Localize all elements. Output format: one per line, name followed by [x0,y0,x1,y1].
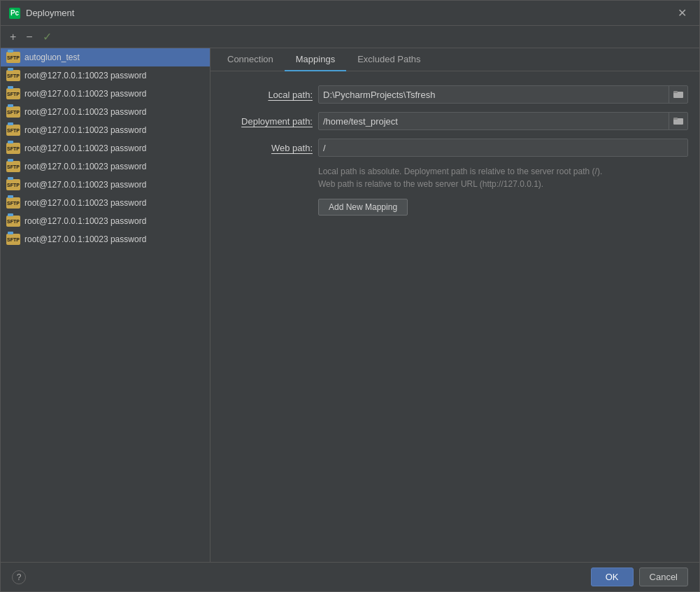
folder-icon [673,116,683,126]
sidebar-item[interactable]: SFTProot@127.0.0.1:10023 password [1,66,210,85]
tab-content-mappings: Local path: Deployment path: [210,71,699,562]
deployment-path-input[interactable] [319,116,669,127]
close-button[interactable]: ✕ [673,5,691,21]
remove-button[interactable]: − [22,29,36,45]
hint-line2: Web path is relative to the web server U… [318,178,688,190]
sidebar-item-label: root@127.0.0.1:10023 password [24,234,146,244]
ok-button[interactable]: OK [591,568,634,586]
local-path-label: Local path: [222,90,313,100]
sidebar-item-label: root@127.0.0.1:10023 password [24,71,146,80]
app-icon: Pc [9,8,20,19]
cancel-button[interactable]: Cancel [639,568,688,586]
sftp-icon: SFTP [6,197,20,209]
local-path-browse-button[interactable] [669,86,687,103]
sidebar-item[interactable]: SFTProot@127.0.0.1:10023 password [1,212,210,230]
add-button[interactable]: + [6,29,20,45]
tab-connection[interactable]: Connection [216,48,285,71]
sftp-icon: SFTP [6,234,20,245]
sftp-icon: SFTP [6,179,20,190]
tab-excluded-paths[interactable]: Excluded Paths [346,48,431,71]
folder-icon [673,90,683,99]
deployment-path-browse-button[interactable] [669,113,687,129]
web-path-input[interactable] [319,143,687,153]
toolbar: + − ✓ [1,26,699,48]
sidebar-item[interactable]: SFTProot@127.0.0.1:10023 password [1,103,210,121]
add-new-mapping-button[interactable]: Add New Mapping [318,199,408,216]
sidebar-item[interactable]: SFTProot@127.0.0.1:10023 password [1,176,210,194]
bottom-buttons: OK Cancel [591,568,688,586]
svg-rect-3 [673,118,678,120]
sftp-icon: SFTP [6,52,20,63]
tab-mappings[interactable]: Mappings [285,48,346,71]
window-title: Deployment [26,8,74,18]
svg-rect-1 [673,91,678,93]
web-path-row: Web path: [222,139,688,157]
title-bar-left: Pc Deployment [9,8,74,19]
sidebar-item-label: root@127.0.0.1:10023 password [24,107,146,117]
bottom-bar: ? OK Cancel [1,562,699,591]
sidebar: SFTPautogluon_testSFTProot@127.0.0.1:100… [1,48,210,562]
deployment-path-input-wrap [318,112,688,130]
title-bar: Pc Deployment ✕ [1,1,699,26]
hint-text: Local path is absolute. Deployment path … [318,165,688,190]
sidebar-item-label: root@127.0.0.1:10023 password [24,125,146,135]
main-content: SFTPautogluon_testSFTProot@127.0.0.1:100… [1,48,699,562]
right-panel: ConnectionMappingsExcluded Paths Local p… [210,48,699,562]
check-button[interactable]: ✓ [39,29,55,45]
help-button[interactable]: ? [12,570,26,584]
sidebar-item-label: root@127.0.0.1:10023 password [24,162,146,171]
sidebar-item[interactable]: SFTProot@127.0.0.1:10023 password [1,85,210,103]
local-path-row: Local path: [222,85,688,104]
sidebar-item[interactable]: SFTProot@127.0.0.1:10023 password [1,157,210,176]
local-path-input[interactable] [319,90,669,100]
sidebar-item[interactable]: SFTPautogluon_test [1,48,210,66]
sidebar-item-label: root@127.0.0.1:10023 password [24,216,146,226]
sidebar-item[interactable]: SFTProot@127.0.0.1:10023 password [1,230,210,248]
sftp-icon: SFTP [6,143,20,154]
sftp-icon: SFTP [6,70,20,81]
tabs: ConnectionMappingsExcluded Paths [210,48,699,71]
sftp-icon: SFTP [6,216,20,227]
hint-line1: Local path is absolute. Deployment path … [318,165,688,178]
sftp-icon: SFTP [6,106,20,118]
sidebar-item[interactable]: SFTProot@127.0.0.1:10023 password [1,121,210,139]
sftp-icon: SFTP [6,125,20,136]
sidebar-item-label: root@127.0.0.1:10023 password [24,89,146,99]
sftp-icon: SFTP [6,161,20,172]
web-path-label: Web path: [222,143,313,153]
deployment-path-label: Deployment path: [222,116,313,127]
web-path-input-wrap [318,139,688,157]
sidebar-item-label: autogluon_test [24,52,80,62]
local-path-input-wrap [318,85,688,104]
sidebar-item[interactable]: SFTProot@127.0.0.1:10023 password [1,194,210,212]
sidebar-item[interactable]: SFTProot@127.0.0.1:10023 password [1,139,210,157]
sidebar-item-label: root@127.0.0.1:10023 password [24,143,146,153]
sftp-icon: SFTP [6,88,20,99]
sidebar-item-label: root@127.0.0.1:10023 password [24,180,146,190]
deployment-path-row: Deployment path: [222,112,688,130]
sidebar-item-label: root@127.0.0.1:10023 password [24,198,146,208]
deployment-dialog: Pc Deployment ✕ + − ✓ SFTPautogluon_test… [0,0,700,592]
